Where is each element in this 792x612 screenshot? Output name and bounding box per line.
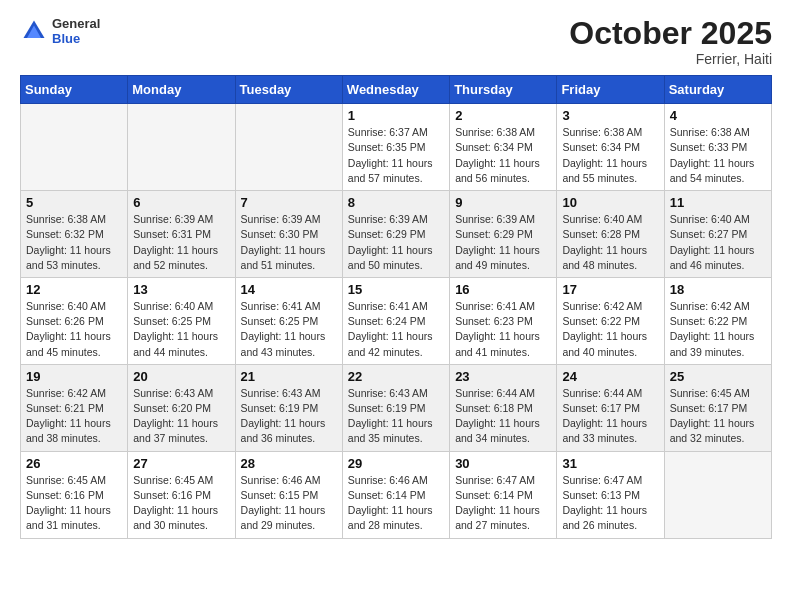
- day-info: Sunrise: 6:42 AM Sunset: 6:22 PM Dayligh…: [562, 299, 658, 360]
- day-info: Sunrise: 6:39 AM Sunset: 6:31 PM Dayligh…: [133, 212, 229, 273]
- day-info: Sunrise: 6:40 AM Sunset: 6:25 PM Dayligh…: [133, 299, 229, 360]
- calendar-cell: 18Sunrise: 6:42 AM Sunset: 6:22 PM Dayli…: [664, 277, 771, 364]
- day-number: 7: [241, 195, 337, 210]
- day-number: 14: [241, 282, 337, 297]
- calendar-cell: 10Sunrise: 6:40 AM Sunset: 6:28 PM Dayli…: [557, 191, 664, 278]
- day-number: 6: [133, 195, 229, 210]
- day-info: Sunrise: 6:46 AM Sunset: 6:14 PM Dayligh…: [348, 473, 444, 534]
- calendar-cell: 27Sunrise: 6:45 AM Sunset: 6:16 PM Dayli…: [128, 451, 235, 538]
- calendar-cell: [21, 104, 128, 191]
- weekday-header-monday: Monday: [128, 76, 235, 104]
- day-number: 4: [670, 108, 766, 123]
- day-number: 5: [26, 195, 122, 210]
- weekday-header-saturday: Saturday: [664, 76, 771, 104]
- day-number: 9: [455, 195, 551, 210]
- day-info: Sunrise: 6:39 AM Sunset: 6:29 PM Dayligh…: [455, 212, 551, 273]
- day-number: 17: [562, 282, 658, 297]
- day-number: 16: [455, 282, 551, 297]
- logo-icon: [20, 17, 48, 45]
- calendar-cell: 30Sunrise: 6:47 AM Sunset: 6:14 PM Dayli…: [450, 451, 557, 538]
- calendar-cell: 5Sunrise: 6:38 AM Sunset: 6:32 PM Daylig…: [21, 191, 128, 278]
- day-info: Sunrise: 6:42 AM Sunset: 6:22 PM Dayligh…: [670, 299, 766, 360]
- day-info: Sunrise: 6:40 AM Sunset: 6:27 PM Dayligh…: [670, 212, 766, 273]
- calendar-cell: 17Sunrise: 6:42 AM Sunset: 6:22 PM Dayli…: [557, 277, 664, 364]
- calendar-cell: 15Sunrise: 6:41 AM Sunset: 6:24 PM Dayli…: [342, 277, 449, 364]
- day-info: Sunrise: 6:45 AM Sunset: 6:16 PM Dayligh…: [133, 473, 229, 534]
- calendar-cell: 23Sunrise: 6:44 AM Sunset: 6:18 PM Dayli…: [450, 364, 557, 451]
- calendar-cell: 26Sunrise: 6:45 AM Sunset: 6:16 PM Dayli…: [21, 451, 128, 538]
- calendar-cell: 24Sunrise: 6:44 AM Sunset: 6:17 PM Dayli…: [557, 364, 664, 451]
- day-number: 23: [455, 369, 551, 384]
- day-number: 12: [26, 282, 122, 297]
- day-number: 15: [348, 282, 444, 297]
- logo-text: General Blue: [52, 16, 100, 46]
- logo: General Blue: [20, 16, 100, 46]
- day-info: Sunrise: 6:41 AM Sunset: 6:23 PM Dayligh…: [455, 299, 551, 360]
- calendar-cell: 14Sunrise: 6:41 AM Sunset: 6:25 PM Dayli…: [235, 277, 342, 364]
- day-number: 8: [348, 195, 444, 210]
- day-info: Sunrise: 6:47 AM Sunset: 6:13 PM Dayligh…: [562, 473, 658, 534]
- day-info: Sunrise: 6:38 AM Sunset: 6:33 PM Dayligh…: [670, 125, 766, 186]
- day-info: Sunrise: 6:37 AM Sunset: 6:35 PM Dayligh…: [348, 125, 444, 186]
- day-number: 30: [455, 456, 551, 471]
- calendar-cell: 21Sunrise: 6:43 AM Sunset: 6:19 PM Dayli…: [235, 364, 342, 451]
- day-info: Sunrise: 6:41 AM Sunset: 6:24 PM Dayligh…: [348, 299, 444, 360]
- logo-blue: Blue: [52, 31, 100, 46]
- day-info: Sunrise: 6:40 AM Sunset: 6:26 PM Dayligh…: [26, 299, 122, 360]
- calendar-cell: 8Sunrise: 6:39 AM Sunset: 6:29 PM Daylig…: [342, 191, 449, 278]
- weekday-header-row: SundayMondayTuesdayWednesdayThursdayFrid…: [21, 76, 772, 104]
- logo-general: General: [52, 16, 100, 31]
- day-number: 28: [241, 456, 337, 471]
- day-info: Sunrise: 6:42 AM Sunset: 6:21 PM Dayligh…: [26, 386, 122, 447]
- weekday-header-sunday: Sunday: [21, 76, 128, 104]
- calendar-cell: 9Sunrise: 6:39 AM Sunset: 6:29 PM Daylig…: [450, 191, 557, 278]
- calendar-cell: 6Sunrise: 6:39 AM Sunset: 6:31 PM Daylig…: [128, 191, 235, 278]
- day-number: 11: [670, 195, 766, 210]
- day-number: 22: [348, 369, 444, 384]
- calendar-cell: [235, 104, 342, 191]
- calendar-cell: 3Sunrise: 6:38 AM Sunset: 6:34 PM Daylig…: [557, 104, 664, 191]
- day-number: 18: [670, 282, 766, 297]
- calendar-cell: [664, 451, 771, 538]
- day-info: Sunrise: 6:41 AM Sunset: 6:25 PM Dayligh…: [241, 299, 337, 360]
- calendar-cell: 2Sunrise: 6:38 AM Sunset: 6:34 PM Daylig…: [450, 104, 557, 191]
- day-info: Sunrise: 6:45 AM Sunset: 6:17 PM Dayligh…: [670, 386, 766, 447]
- day-info: Sunrise: 6:43 AM Sunset: 6:20 PM Dayligh…: [133, 386, 229, 447]
- title-block: October 2025 Ferrier, Haiti: [569, 16, 772, 67]
- day-number: 19: [26, 369, 122, 384]
- day-info: Sunrise: 6:43 AM Sunset: 6:19 PM Dayligh…: [241, 386, 337, 447]
- day-info: Sunrise: 6:47 AM Sunset: 6:14 PM Dayligh…: [455, 473, 551, 534]
- calendar-cell: 4Sunrise: 6:38 AM Sunset: 6:33 PM Daylig…: [664, 104, 771, 191]
- day-number: 25: [670, 369, 766, 384]
- day-number: 29: [348, 456, 444, 471]
- week-row-3: 12Sunrise: 6:40 AM Sunset: 6:26 PM Dayli…: [21, 277, 772, 364]
- location: Ferrier, Haiti: [569, 51, 772, 67]
- day-info: Sunrise: 6:40 AM Sunset: 6:28 PM Dayligh…: [562, 212, 658, 273]
- calendar-cell: [128, 104, 235, 191]
- day-number: 10: [562, 195, 658, 210]
- calendar-cell: 13Sunrise: 6:40 AM Sunset: 6:25 PM Dayli…: [128, 277, 235, 364]
- day-number: 2: [455, 108, 551, 123]
- month-title: October 2025: [569, 16, 772, 51]
- header: General Blue October 2025 Ferrier, Haiti: [20, 16, 772, 67]
- page-container: General Blue October 2025 Ferrier, Haiti…: [0, 0, 792, 549]
- day-info: Sunrise: 6:45 AM Sunset: 6:16 PM Dayligh…: [26, 473, 122, 534]
- weekday-header-friday: Friday: [557, 76, 664, 104]
- day-info: Sunrise: 6:39 AM Sunset: 6:29 PM Dayligh…: [348, 212, 444, 273]
- weekday-header-thursday: Thursday: [450, 76, 557, 104]
- day-info: Sunrise: 6:43 AM Sunset: 6:19 PM Dayligh…: [348, 386, 444, 447]
- day-number: 3: [562, 108, 658, 123]
- week-row-5: 26Sunrise: 6:45 AM Sunset: 6:16 PM Dayli…: [21, 451, 772, 538]
- weekday-header-wednesday: Wednesday: [342, 76, 449, 104]
- day-info: Sunrise: 6:38 AM Sunset: 6:34 PM Dayligh…: [562, 125, 658, 186]
- day-number: 24: [562, 369, 658, 384]
- day-info: Sunrise: 6:39 AM Sunset: 6:30 PM Dayligh…: [241, 212, 337, 273]
- day-info: Sunrise: 6:46 AM Sunset: 6:15 PM Dayligh…: [241, 473, 337, 534]
- day-info: Sunrise: 6:44 AM Sunset: 6:17 PM Dayligh…: [562, 386, 658, 447]
- calendar-cell: 25Sunrise: 6:45 AM Sunset: 6:17 PM Dayli…: [664, 364, 771, 451]
- calendar-cell: 22Sunrise: 6:43 AM Sunset: 6:19 PM Dayli…: [342, 364, 449, 451]
- calendar-cell: 31Sunrise: 6:47 AM Sunset: 6:13 PM Dayli…: [557, 451, 664, 538]
- day-number: 13: [133, 282, 229, 297]
- calendar-cell: 1Sunrise: 6:37 AM Sunset: 6:35 PM Daylig…: [342, 104, 449, 191]
- day-number: 27: [133, 456, 229, 471]
